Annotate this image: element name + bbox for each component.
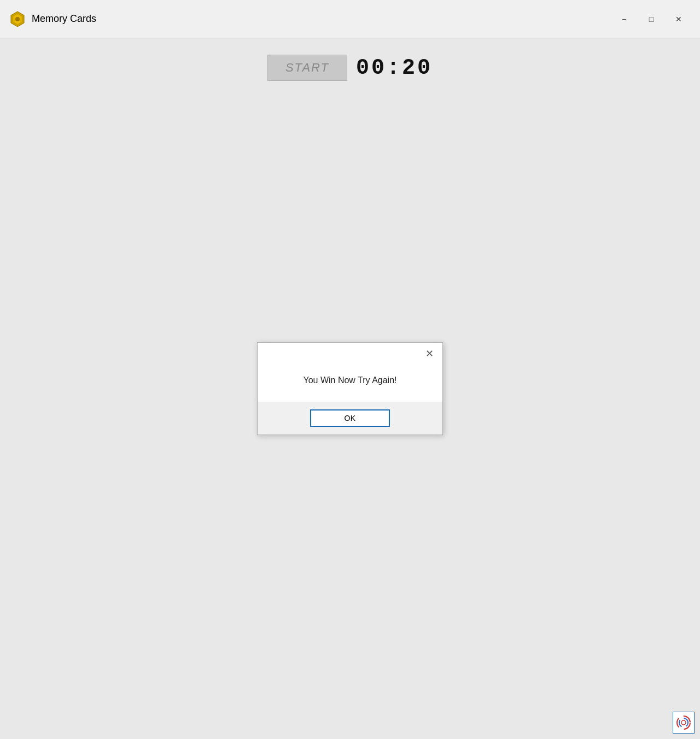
title-bar-controls: − □ ✕ (611, 10, 691, 28)
ok-button[interactable]: OK (310, 409, 389, 427)
svg-point-2 (15, 17, 20, 21)
maximize-button[interactable]: □ (639, 10, 664, 28)
dialog-body: You Win Now Try Again! (258, 365, 442, 402)
dialog-header: ✕ (258, 343, 442, 365)
app-title: Memory Cards (32, 13, 96, 25)
dialog-close-button[interactable]: ✕ (423, 347, 436, 360)
window-close-button[interactable]: ✕ (666, 10, 691, 28)
main-content: START 00:20 ✕ You Win Now Try Again! OK (0, 38, 700, 739)
dialog-footer: OK (258, 402, 442, 435)
dialog-overlay: ✕ You Win Now Try Again! OK (0, 38, 700, 739)
svg-rect-3 (673, 712, 695, 734)
minimize-button[interactable]: − (611, 10, 637, 28)
app-icon (9, 10, 26, 28)
dialog-message: You Win Now Try Again! (274, 376, 426, 385)
bottom-right-icon (673, 712, 695, 734)
dialog: ✕ You Win Now Try Again! OK (257, 342, 443, 435)
title-bar: Memory Cards − □ ✕ (0, 0, 700, 38)
title-bar-left: Memory Cards (9, 10, 96, 28)
